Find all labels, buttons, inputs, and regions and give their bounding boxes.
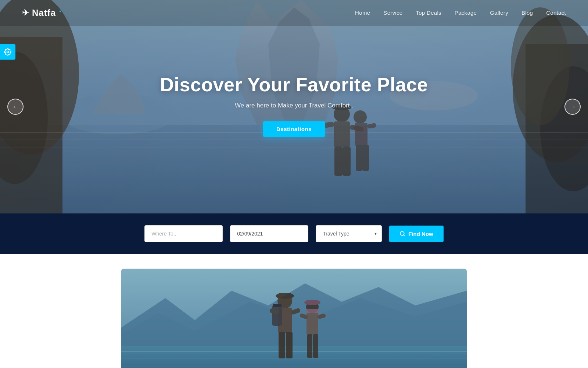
hero-title: Discover Your Favorite Place (147, 74, 441, 96)
next-slide-button[interactable]: → (564, 99, 581, 115)
nav-links: Home Service Top Deals Package Gallery B… (355, 10, 566, 16)
bottom-scene-svg (121, 269, 467, 368)
arrow-right-icon: → (569, 103, 576, 111)
nav-item-gallery[interactable]: Gallery (490, 10, 508, 16)
gear-icon (4, 48, 11, 56)
where-to-input[interactable] (144, 225, 223, 242)
nav-item-service[interactable]: Service (383, 10, 402, 16)
nav-link-blog[interactable]: Blog (521, 10, 533, 16)
find-now-button[interactable]: Find Now (389, 226, 444, 242)
nav-link-package[interactable]: Package (455, 10, 477, 16)
search-icon (399, 231, 405, 237)
search-bar: Travel Type Flight Hotel Car Tour ▾ Find… (0, 213, 588, 254)
svg-point-33 (7, 51, 9, 53)
nav-item-blog[interactable]: Blog (521, 10, 533, 16)
bottom-section (0, 254, 588, 368)
nav-link-contact[interactable]: Contact (546, 10, 566, 16)
arrow-left-icon: ← (12, 103, 19, 111)
prev-slide-button[interactable]: ← (7, 99, 24, 115)
plane-icon: ✈ (22, 8, 29, 18)
bottom-image (121, 269, 467, 368)
find-now-label: Find Now (408, 231, 433, 237)
nav-link-gallery[interactable]: Gallery (490, 10, 508, 16)
date-input[interactable] (230, 225, 308, 242)
nav-item-top-deals[interactable]: Top Deals (416, 10, 441, 16)
gear-button[interactable] (0, 44, 15, 60)
navbar: ✈ Natfa· Home Service Top Deals Package … (0, 0, 588, 26)
brand-name: Natfa (32, 8, 56, 18)
hero-section: ← → Discover Your Favorite Place We are … (0, 0, 588, 213)
hero-subtitle: We are here to Make your Travel Comfort … (147, 102, 441, 109)
destinations-button[interactable]: Destinations (263, 121, 325, 137)
travel-type-select[interactable]: Travel Type Flight Hotel Car Tour (316, 225, 382, 242)
nav-item-home[interactable]: Home (355, 10, 370, 16)
nav-link-top-deals[interactable]: Top Deals (416, 10, 441, 16)
brand-dot: · (59, 6, 62, 17)
nav-link-service[interactable]: Service (383, 10, 402, 16)
travel-type-wrapper: Travel Type Flight Hotel Car Tour ▾ (316, 225, 382, 242)
nav-item-package[interactable]: Package (455, 10, 477, 16)
nav-link-home[interactable]: Home (355, 10, 370, 16)
nav-item-contact[interactable]: Contact (546, 10, 566, 16)
brand-logo[interactable]: ✈ Natfa· (22, 8, 62, 18)
hero-content: Discover Your Favorite Place We are here… (147, 74, 441, 137)
svg-rect-62 (121, 269, 467, 368)
svg-line-35 (404, 235, 405, 236)
